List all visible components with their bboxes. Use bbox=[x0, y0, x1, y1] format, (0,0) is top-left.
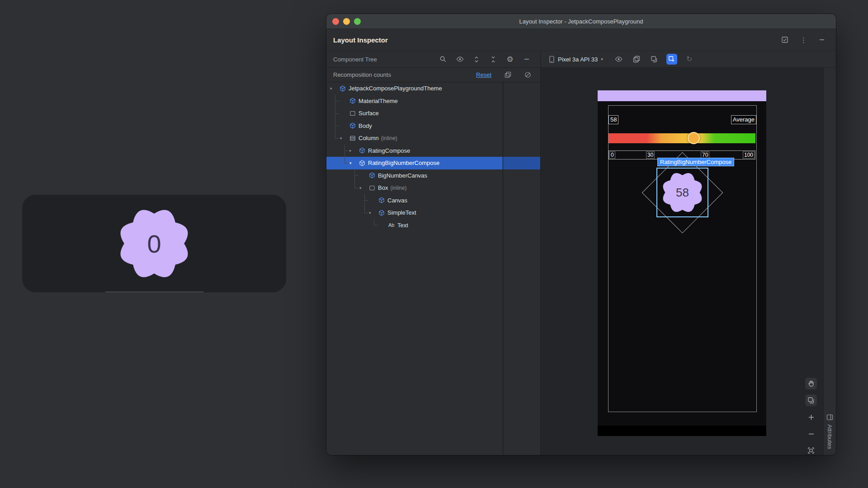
device-rating-badge: 58 bbox=[657, 169, 708, 216]
tree-row-column[interactable]: ▾ Column (inline) bbox=[326, 132, 540, 145]
device-visibility-icon[interactable] bbox=[613, 54, 624, 65]
layers-icon[interactable] bbox=[649, 54, 660, 65]
refresh-icon[interactable]: ↻ bbox=[684, 54, 695, 65]
chevron-down-icon[interactable]: ▾ bbox=[330, 86, 340, 91]
compose-node-icon bbox=[359, 160, 368, 166]
chevron-down-icon[interactable]: ▾ bbox=[359, 186, 369, 190]
scale-tick: 0 bbox=[609, 151, 615, 159]
tree-row-label: RatingBigNumberCompose bbox=[368, 160, 439, 166]
hide-panel-icon[interactable] bbox=[521, 54, 532, 65]
device-nav-bar bbox=[598, 426, 766, 436]
minimize-window-button[interactable] bbox=[343, 18, 350, 25]
device-status-bar bbox=[598, 90, 766, 101]
select-mode-icon[interactable] bbox=[666, 54, 677, 65]
tree-row-materialtheme[interactable]: MaterialTheme bbox=[326, 95, 540, 108]
select-check-icon[interactable] bbox=[781, 36, 788, 43]
copy-icon[interactable] bbox=[502, 70, 513, 80]
tree-row-label: JetpackComposePlaygroundTheme bbox=[349, 85, 442, 92]
tree-guide bbox=[364, 200, 368, 201]
tool-window-header: Layout Inspector ⋮ bbox=[326, 29, 836, 51]
tree-guide bbox=[335, 126, 339, 126]
tree-row-surface[interactable]: Surface bbox=[326, 107, 540, 120]
compose-node-icon bbox=[349, 98, 359, 104]
hide-tool-window-icon[interactable] bbox=[819, 37, 825, 43]
maximize-window-button[interactable] bbox=[354, 18, 361, 25]
component-tree-label: Component Tree bbox=[333, 56, 377, 63]
inline-suffix: (inline) bbox=[381, 135, 397, 141]
device-selector[interactable]: Pixel 3a API 33 ▾ bbox=[549, 56, 603, 63]
layout-inspector-window: Layout Inspector - JetpackComposePlaygro… bbox=[326, 14, 836, 455]
compose-node-icon bbox=[359, 147, 368, 154]
reset-link[interactable]: Reset bbox=[476, 71, 491, 78]
tool-window-title: Layout Inspector bbox=[333, 36, 388, 44]
rating-badge: 0 bbox=[113, 202, 196, 285]
component-tree-toolbar: Component Tree ⚙ bbox=[326, 51, 541, 67]
recomposition-label: Recomposition counts bbox=[333, 71, 391, 78]
attributes-tab[interactable]: Attributes bbox=[824, 414, 836, 449]
tree-guide bbox=[374, 219, 374, 225]
tree-row-ratingbignumbercompose-selected[interactable]: ▾ RatingBigNumberCompose bbox=[326, 157, 540, 169]
device-render-panel[interactable]: 58 Average 0 30 70 100 RatingBigNumberCo… bbox=[541, 68, 823, 455]
more-options-icon[interactable]: ⋮ bbox=[800, 37, 807, 43]
tree-row-text[interactable]: Ab Text bbox=[326, 219, 540, 232]
tree-row-body[interactable]: Body bbox=[326, 120, 540, 132]
expand-all-icon[interactable] bbox=[471, 54, 482, 65]
collapse-all-icon[interactable] bbox=[488, 54, 499, 65]
view-controls bbox=[805, 378, 817, 455]
tree-row-canvas[interactable]: Canvas bbox=[326, 194, 540, 207]
chevron-down-icon[interactable]: ▾ bbox=[340, 136, 349, 141]
scale-tick: 100 bbox=[743, 151, 755, 159]
rating-slider-knob bbox=[688, 132, 700, 144]
tree-row-label: Box bbox=[378, 184, 388, 191]
zoom-out-icon[interactable] bbox=[805, 428, 817, 440]
recomposition-header: Recomposition counts Reset bbox=[326, 68, 540, 82]
tree-row-label: BigNumberCanvas bbox=[378, 172, 427, 179]
zoom-in-icon[interactable] bbox=[805, 411, 817, 423]
tree-row-ratingcompose[interactable]: ▸ RatingCompose bbox=[326, 145, 540, 157]
text-node-icon: Ab bbox=[388, 222, 397, 228]
close-window-button[interactable] bbox=[332, 18, 339, 25]
toolbar-row: Component Tree ⚙ Pixel 3a API 33 ▾ bbox=[326, 51, 836, 68]
device-rating-value: 58 bbox=[609, 115, 618, 124]
zoom-fit-icon[interactable] bbox=[805, 445, 817, 455]
tree-guide bbox=[344, 145, 345, 163]
device-label: Pixel 3a API 33 bbox=[558, 56, 598, 63]
tree-guide bbox=[344, 163, 349, 164]
search-icon[interactable] bbox=[438, 54, 448, 65]
window-title: Layout Inspector - JetpackComposePlaygro… bbox=[519, 18, 643, 25]
tree-guide bbox=[354, 175, 359, 176]
component-tree: ▾ JetpackComposePlaygroundTheme Material… bbox=[326, 82, 540, 455]
card-underline bbox=[105, 291, 203, 292]
main-area: Recomposition counts Reset bbox=[326, 68, 836, 455]
device-badge-value: 58 bbox=[657, 169, 708, 216]
visibility-icon[interactable] bbox=[454, 54, 465, 65]
tree-guide bbox=[354, 188, 359, 188]
clear-counts-icon[interactable] bbox=[522, 70, 533, 80]
chevron-down-icon[interactable]: ▾ bbox=[349, 161, 359, 165]
attributes-panel-icon bbox=[826, 414, 833, 421]
tree-row-label: SimpleText bbox=[387, 209, 416, 216]
tree-row-label: Surface bbox=[359, 110, 379, 117]
window-titlebar: Layout Inspector - JetpackComposePlaygro… bbox=[326, 14, 836, 29]
chevron-down-icon[interactable]: ▾ bbox=[369, 211, 378, 215]
layer-spacing-icon[interactable] bbox=[805, 394, 817, 406]
tree-row-simpletext[interactable]: ▾ SimpleText bbox=[326, 206, 540, 219]
right-tool-stripe: Attributes bbox=[823, 68, 836, 455]
snapshot-icon[interactable] bbox=[631, 54, 642, 65]
traffic-lights bbox=[332, 14, 361, 29]
chevron-down-icon: ▾ bbox=[601, 57, 603, 61]
counts-column-divider bbox=[503, 82, 503, 455]
tree-row-label: MaterialTheme bbox=[359, 98, 398, 104]
chevron-right-icon[interactable]: ▸ bbox=[349, 148, 359, 153]
badge-value: 0 bbox=[113, 202, 196, 285]
tree-row-label: Canvas bbox=[387, 197, 407, 204]
tree-row-label: Body bbox=[359, 122, 372, 129]
settings-gear-icon[interactable]: ⚙ bbox=[505, 54, 515, 65]
surface-node-icon bbox=[349, 110, 359, 117]
pan-icon[interactable] bbox=[805, 378, 817, 389]
selection-tooltip: RatingBigNumberCompose bbox=[657, 158, 734, 166]
device-phone-icon bbox=[549, 56, 555, 63]
tree-row-jetpackcomposeplaygroundtheme[interactable]: ▾ JetpackComposePlaygroundTheme bbox=[326, 82, 540, 95]
compose-node-icon bbox=[378, 197, 387, 203]
attributes-tab-label: Attributes bbox=[826, 424, 833, 449]
